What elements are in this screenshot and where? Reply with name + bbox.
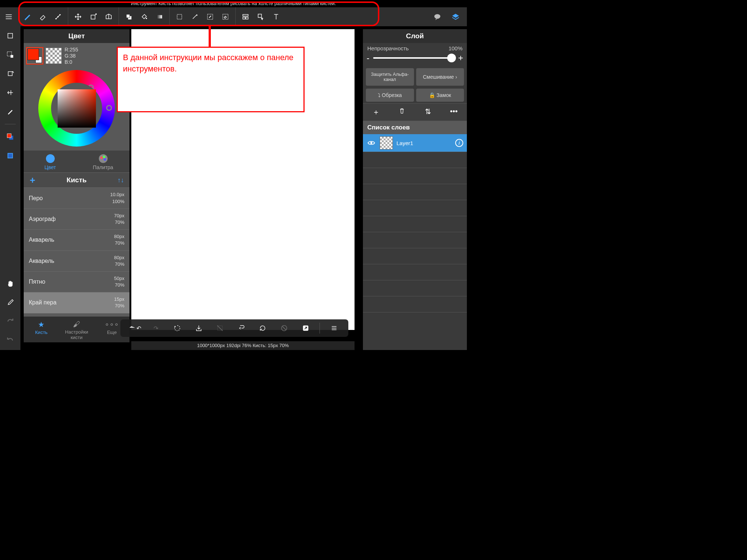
layer-empty-slot[interactable]: [363, 200, 467, 216]
fg-bg-swatch[interactable]: [3, 128, 18, 145]
brush-tab-brush[interactable]: ★Кисть: [24, 316, 59, 342]
layer-empty-slot[interactable]: [363, 248, 467, 264]
lock-button[interactable]: 🔒Замок: [416, 89, 464, 102]
select-brush-tool[interactable]: [202, 9, 218, 24]
layer-empty-slot[interactable]: [363, 296, 467, 312]
layer-empty-slot[interactable]: [363, 152, 467, 168]
dot-brush-tool[interactable]: [50, 9, 66, 24]
brush-item[interactable]: Аэрограф70px70%: [24, 209, 129, 230]
layer-empty-slot[interactable]: [363, 280, 467, 296]
layer-empty-slot[interactable]: [363, 216, 467, 232]
select-eraser-tool[interactable]: [218, 9, 233, 24]
layer-empty-slot[interactable]: [363, 184, 467, 200]
redo-button[interactable]: ↷: [149, 321, 163, 335]
color-swatch-primary[interactable]: [27, 48, 43, 64]
color-sv-box[interactable]: [58, 89, 96, 128]
layer-more-button[interactable]: •••: [446, 107, 461, 117]
save-button[interactable]: [191, 321, 206, 335]
brush-item[interactable]: Акварель80px70%: [24, 230, 129, 250]
magic-wand-tool[interactable]: [187, 9, 202, 24]
copy-button[interactable]: [234, 321, 249, 335]
transform-tool[interactable]: [86, 9, 101, 24]
bucket-tool[interactable]: [136, 9, 152, 24]
brush-sort-button[interactable]: ↑↓: [112, 173, 129, 187]
layer-empty-slot[interactable]: [363, 168, 467, 184]
eraser-tool[interactable]: [35, 9, 50, 24]
brush-icon[interactable]: [3, 103, 18, 120]
layer-visibility-icon[interactable]: [367, 138, 376, 148]
flip-h-icon[interactable]: [3, 84, 18, 101]
select-rect-tool[interactable]: [172, 9, 187, 24]
hue-handle-2[interactable]: [106, 105, 112, 111]
svg-rect-18: [11, 55, 13, 58]
svg-rect-13: [246, 17, 248, 19]
layer-add-button[interactable]: ＋: [369, 107, 383, 117]
panel-tool[interactable]: [238, 9, 253, 24]
layer-delete-button[interactable]: [395, 107, 409, 117]
annotation-text-box: В данной инструкции мы расскажем о панел…: [117, 47, 305, 112]
gradient-tool[interactable]: [152, 9, 167, 24]
layer-reorder-button[interactable]: ⇅: [421, 107, 435, 117]
svg-rect-8: [177, 15, 182, 19]
paste-disabled-button[interactable]: [277, 321, 291, 335]
text-tool[interactable]: [268, 9, 284, 24]
brush-add-button[interactable]: +: [24, 173, 41, 187]
brush-item[interactable]: Пятно50px70%: [24, 272, 129, 292]
move-tool[interactable]: [70, 9, 86, 24]
layer-empty-slot[interactable]: [363, 232, 467, 248]
brush-item[interactable]: Акварель80px70%: [24, 251, 129, 272]
left-toolbar: [0, 26, 20, 350]
chat-icon[interactable]: [430, 9, 445, 24]
rotate-icon[interactable]: [3, 65, 18, 82]
undo-icon[interactable]: [3, 332, 18, 349]
svg-rect-5: [127, 15, 130, 18]
brush-tool[interactable]: [20, 9, 35, 24]
layers-toggle-icon[interactable]: [448, 9, 463, 24]
top-toolbar: [0, 7, 467, 26]
svg-rect-16: [8, 34, 13, 38]
eyedropper-icon[interactable]: [3, 294, 18, 311]
opacity-minus[interactable]: -: [367, 53, 369, 63]
color-tab-color[interactable]: Цвет: [24, 151, 77, 172]
bottom-menu-button[interactable]: [327, 321, 341, 335]
hand-tool-icon[interactable]: [3, 275, 18, 292]
menu-button[interactable]: [0, 7, 18, 26]
layer-empty-slot[interactable]: [363, 264, 467, 280]
refresh-button[interactable]: [255, 321, 270, 335]
single-swatch[interactable]: [3, 147, 18, 164]
layer-info-icon[interactable]: i: [455, 139, 463, 147]
protect-alpha-button[interactable]: Защитить Альфа-канал: [366, 68, 414, 86]
bottom-action-bar: ↶ ↷: [120, 319, 348, 337]
color-tab-palette[interactable]: Палитра: [77, 151, 129, 172]
rgb-readout: R:255 G:38 B:0: [65, 47, 78, 65]
svg-rect-19: [8, 72, 12, 76]
brush-item[interactable]: Край пера15px70%: [24, 292, 129, 313]
brush-item[interactable]: Перо10.0px100%: [24, 188, 129, 209]
svg-point-15: [434, 14, 441, 19]
svg-rect-21: [7, 134, 11, 138]
selection-shape-icon[interactable]: [3, 46, 18, 63]
svg-rect-11: [243, 15, 248, 16]
fill-tool[interactable]: [121, 9, 136, 24]
rotate-canvas-button[interactable]: [170, 321, 185, 335]
fullscreen-icon[interactable]: [3, 27, 18, 44]
undo-button[interactable]: ↶: [127, 321, 142, 335]
svg-rect-22: [8, 153, 13, 158]
mesh-transform-tool[interactable]: [101, 9, 116, 24]
clip-button[interactable]: ⤵Обрезка: [366, 89, 414, 102]
tooltip-bar: Инструмент Кисть позволяет пользователям…: [0, 0, 467, 7]
svg-point-23: [370, 142, 372, 144]
popout-button[interactable]: [298, 321, 313, 335]
opacity-label: Непрозрачность: [367, 45, 409, 51]
opacity-plus[interactable]: +: [458, 53, 463, 63]
cursor-tool[interactable]: [253, 9, 268, 24]
color-wheel[interactable]: [38, 70, 115, 147]
opacity-slider[interactable]: [373, 57, 454, 59]
blend-mode-button[interactable]: Смешивание›: [416, 68, 464, 86]
deselect-button[interactable]: [213, 321, 227, 335]
brush-tab-settings[interactable]: 🖌Настройки кисти: [59, 316, 94, 342]
redo-icon[interactable]: [3, 313, 18, 330]
color-swatch-transparent[interactable]: [46, 48, 62, 64]
layer-item[interactable]: Layer1 i: [363, 134, 467, 152]
status-bar: 1000*1000px 192dpi 76% Кисть: 15px 70%: [131, 341, 355, 350]
